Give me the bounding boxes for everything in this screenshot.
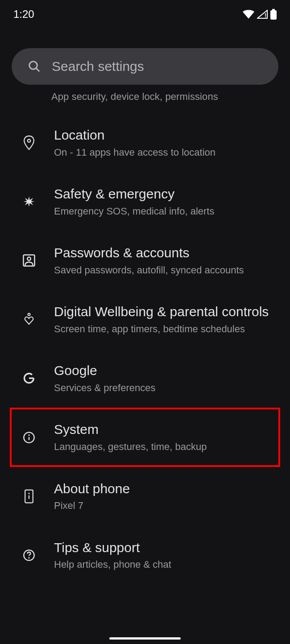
item-title: Passwords & accounts (54, 244, 277, 261)
list-item-safety[interactable]: Safety & emergency Emergency SOS, medica… (0, 172, 290, 231)
nav-bar-handle[interactable] (109, 637, 181, 640)
svg-rect-2 (272, 9, 275, 11)
svg-line-4 (36, 68, 40, 72)
heart-icon (22, 313, 36, 326)
svg-text:!: ! (265, 12, 266, 19)
item-title: System (54, 421, 267, 438)
svg-point-7 (27, 257, 31, 261)
item-subtitle: Saved passwords, autofill, synced accoun… (54, 264, 277, 277)
phone-info-icon (22, 489, 36, 504)
item-title: Tips & support (54, 539, 277, 556)
wifi-icon (243, 10, 254, 19)
item-subtitle: On - 11 apps have access to location (54, 146, 277, 159)
svg-point-3 (29, 62, 37, 70)
google-icon (22, 372, 36, 384)
list-item-tips[interactable]: Tips & support Help articles, phone & ch… (0, 526, 290, 585)
status-icons: ! (243, 9, 277, 20)
item-title: Safety & emergency (54, 186, 277, 202)
partial-item-subtitle: App security, device lock, permissions (0, 84, 290, 112)
svg-point-15 (29, 493, 29, 493)
list-item-system[interactable]: System Languages, gestures, time, backup (10, 408, 280, 466)
item-subtitle: Pixel 7 (54, 500, 277, 512)
location-icon (22, 135, 36, 150)
svg-point-8 (28, 314, 30, 316)
list-item-location[interactable]: Location On - 11 apps have access to loc… (0, 113, 290, 172)
asterisk-icon (22, 195, 36, 208)
battery-icon (270, 9, 277, 20)
svg-point-12 (29, 435, 29, 435)
search-placeholder: Search settings (52, 59, 144, 74)
list-item-about[interactable]: About phone Pixel 7 (0, 467, 290, 526)
search-icon (28, 60, 41, 73)
status-time: 1:20 (13, 8, 34, 21)
status-bar: 1:20 ! (0, 0, 290, 27)
signal-icon: ! (257, 10, 268, 19)
item-title: About phone (54, 480, 277, 497)
settings-list: App security, device lock, permissions L… (0, 85, 290, 585)
info-icon (22, 431, 36, 444)
item-subtitle: Screen time, app timers, bedtime schedul… (54, 323, 277, 336)
item-subtitle: Help articles, phone & chat (54, 558, 277, 571)
search-bar[interactable]: Search settings (12, 48, 278, 85)
item-title: Digital Wellbeing & parental controls (54, 303, 277, 320)
svg-rect-1 (270, 10, 277, 20)
list-item-passwords[interactable]: Passwords & accounts Saved passwords, au… (0, 231, 290, 290)
item-subtitle: Services & preferences (54, 382, 277, 395)
svg-point-17 (29, 557, 29, 558)
help-icon (22, 549, 36, 561)
list-item-google[interactable]: Google Services & preferences (0, 349, 290, 408)
svg-point-5 (28, 139, 31, 142)
item-title: Google (54, 362, 277, 379)
list-item-wellbeing[interactable]: Digital Wellbeing & parental controls Sc… (0, 290, 290, 349)
item-subtitle: Languages, gestures, time, backup (54, 441, 267, 454)
item-subtitle: Emergency SOS, medical info, alerts (54, 205, 277, 218)
account-box-icon (22, 254, 36, 267)
item-title: Location (54, 127, 277, 144)
